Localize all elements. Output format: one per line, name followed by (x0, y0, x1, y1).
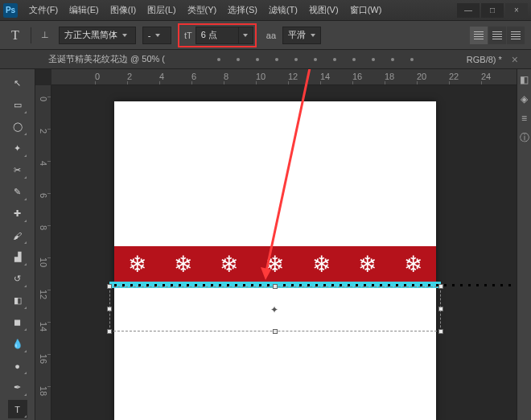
ruler-tick-label: 18 (385, 72, 394, 81)
menu-edit[interactable]: 编辑(E) (64, 2, 104, 19)
menu-select[interactable]: 选择(S) (223, 2, 262, 19)
tools-panel: ↖▭◯✦✂✎✚🖌▟↺◧◼💧●✒T (0, 69, 35, 420)
title-bar: Ps 文件(F) 编辑(E) 图像(I) 图层(L) 类型(Y) 选择(S) 滤… (0, 0, 531, 21)
tab-info: RGB/8) * (467, 55, 502, 64)
collapsed-panels: ◧ ◈ ≡ ⓘ (517, 69, 531, 420)
antialias-dropdown[interactable]: 平滑 (282, 27, 321, 44)
separator (31, 27, 31, 43)
tool-brush[interactable]: 🖌 (8, 226, 27, 245)
chevron-down-icon (311, 34, 315, 37)
transform-handle[interactable] (273, 284, 278, 289)
ruler-tick-label: 14 (320, 72, 330, 81)
panel-icon[interactable]: ⓘ (519, 132, 530, 143)
snowflake-icon: ❄ (312, 251, 331, 278)
ruler-tick-label: 16 (39, 354, 48, 364)
tool-move[interactable]: ↖ (8, 74, 27, 93)
ruler-tick-label: 10 (39, 257, 48, 267)
menu-file[interactable]: 文件(F) (24, 2, 63, 19)
align-center-button[interactable] (488, 27, 506, 44)
transform-handle[interactable] (438, 329, 443, 334)
close-button[interactable]: × (505, 3, 528, 18)
tool-gradient[interactable]: ◼ (8, 313, 27, 331)
tool-pen[interactable]: ✒ (8, 378, 27, 397)
snowflake-icon: ❄ (220, 251, 238, 278)
transform-handle[interactable] (107, 329, 112, 334)
transform-handle[interactable] (438, 307, 443, 311)
tab-ellipsis-dots (171, 58, 460, 61)
panel-icon[interactable]: ≡ (519, 113, 530, 124)
transform-box[interactable]: ✦ (109, 286, 441, 331)
snowflake-icon: ❄ (358, 251, 377, 278)
font-family-value: 方正大黑简体 (64, 29, 117, 41)
align-right-button[interactable] (507, 27, 525, 44)
tab-title[interactable]: 圣诞节精美花纹花边 @ 50% ( (48, 53, 165, 65)
font-style-dropdown[interactable]: - (142, 27, 171, 44)
main-menu: 文件(F) 编辑(E) 图像(I) 图层(L) 类型(Y) 选择(S) 滤镜(T… (24, 2, 386, 19)
panel-icon[interactable]: ◈ (519, 93, 530, 105)
align-left-button[interactable] (470, 27, 488, 44)
menu-window[interactable]: 窗口(W) (345, 2, 387, 19)
ruler-tick-label: 22 (449, 72, 459, 81)
tab-close-button[interactable]: × (508, 53, 521, 66)
tool-eyedropper[interactable]: ✎ (8, 183, 27, 201)
ruler-tick-label: 24 (481, 72, 491, 81)
ruler-tick-label: 20 (417, 72, 426, 81)
transform-center-icon[interactable]: ✦ (270, 304, 278, 315)
font-style-value: - (148, 31, 151, 40)
tool-dodge[interactable]: ● (8, 356, 27, 375)
snowflake-icon: ❄ (128, 251, 146, 278)
tool-lasso[interactable]: ◯ (8, 117, 27, 136)
maximize-button[interactable]: □ (481, 3, 504, 18)
tool-healing[interactable]: ✚ (8, 204, 27, 223)
antialias-value: 平滑 (288, 29, 306, 41)
tool-eraser[interactable]: ◧ (8, 291, 27, 310)
ribbon-graphic: ❄ ❄ ❄ ❄ ❄ ❄ ❄ (114, 246, 436, 282)
transform-handle[interactable] (273, 329, 278, 334)
minimize-button[interactable]: — (457, 3, 480, 18)
ruler-vertical[interactable]: 024681012141618 (35, 85, 51, 420)
ruler-tick-label: 16 (352, 72, 362, 81)
options-bar: T ⊥ 方正大黑简体 - tT 6 点 aa 平滑 (0, 21, 531, 50)
font-family-dropdown[interactable]: 方正大黑简体 (59, 27, 136, 44)
ruler-tick-label: 14 (39, 322, 48, 331)
font-size-dropdown[interactable] (239, 27, 253, 44)
app-logo: Ps (3, 3, 18, 18)
transform-handle[interactable] (438, 284, 443, 289)
callout-highlight: tT 6 点 (178, 23, 257, 47)
tool-wand[interactable]: ✦ (8, 139, 27, 158)
ruler-horizontal[interactable]: 024681012141618202224 (51, 69, 517, 85)
chevron-down-icon (243, 34, 248, 37)
panel-icon[interactable]: ◧ (519, 74, 530, 85)
tool-type[interactable]: T (8, 400, 27, 418)
ruler-tick-label: 12 (39, 290, 48, 299)
text-align-group (470, 27, 525, 44)
tool-marquee[interactable]: ▭ (8, 96, 27, 114)
canvas-work-area: 024681012141618202224 024681012141618 ❄ … (35, 69, 517, 420)
menu-layer[interactable]: 图层(L) (142, 2, 180, 19)
ruler-tick-label: 10 (256, 72, 266, 81)
font-size-field[interactable]: 6 点 (196, 27, 239, 44)
tool-blur[interactable]: 💧 (8, 335, 27, 353)
ruler-tick-label: 0 (95, 72, 100, 81)
menu-image[interactable]: 图像(I) (105, 2, 141, 19)
snowflake-icon: ❄ (174, 251, 192, 278)
antialias-label: aa (266, 31, 276, 40)
orientation-icon[interactable]: ⊥ (38, 28, 52, 43)
transform-handle[interactable] (107, 307, 112, 311)
transform-handle[interactable] (107, 284, 112, 289)
ruler-tick-label: 8 (224, 72, 228, 81)
tool-preset-indicator[interactable]: T (6, 28, 24, 43)
menu-type[interactable]: 类型(Y) (183, 2, 222, 19)
document-canvas[interactable]: ❄ ❄ ❄ ❄ ❄ ❄ ❄ ✦ (114, 101, 436, 420)
tool-crop[interactable]: ✂ (8, 161, 27, 179)
tool-history[interactable]: ↺ (8, 270, 27, 288)
ruler-tick-label: 12 (288, 72, 298, 81)
ruler-tick-label: 6 (191, 72, 196, 81)
menu-filter[interactable]: 滤镜(T) (264, 2, 303, 19)
snowflake-icon: ❄ (404, 251, 422, 278)
menu-view[interactable]: 视图(V) (304, 2, 344, 19)
chevron-down-icon (155, 34, 160, 37)
tool-stamp[interactable]: ▟ (8, 248, 27, 266)
document-tabs: 圣诞节精美花纹花边 @ 50% ( RGB/8) * × (0, 50, 531, 69)
window-controls: — □ × (457, 3, 528, 18)
